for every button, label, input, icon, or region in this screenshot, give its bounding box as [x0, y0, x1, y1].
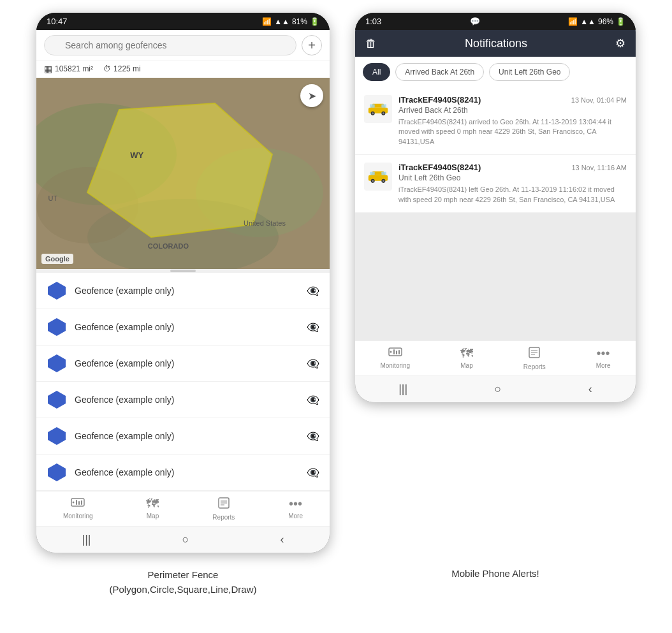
map-label-colorado: COLORADO — [148, 242, 189, 250]
nav-reports-right[interactable]: Reports — [523, 346, 546, 370]
search-input[interactable] — [44, 35, 296, 55]
nav-more-right[interactable]: ••• More — [596, 346, 611, 370]
more-icon-right: ••• — [597, 346, 610, 361]
svg-marker-6 — [48, 282, 66, 300]
device-name-1: iTrackEF4940S(8241) — [398, 95, 481, 105]
geofence-icon-4 — [47, 389, 67, 410]
android-menu-btn-right[interactable]: ||| — [398, 382, 407, 396]
eye-icon-4[interactable]: 👁‍🗨 — [307, 394, 319, 406]
notif-time-1: 13 Nov, 01:04 PM — [571, 96, 627, 104]
google-logo: Google — [41, 254, 73, 264]
nav-monitoring-right[interactable]: Monitoring — [380, 346, 410, 370]
notif-time-2: 13 Nov, 11:16 AM — [571, 164, 627, 171]
eye-icon-3[interactable]: 👁‍🗨 — [307, 358, 319, 370]
filter-tabs: All Arrived Back At 26th Unit Left 26th … — [355, 57, 636, 87]
list-item[interactable]: Geofence (example only) 👁‍🗨 — [36, 273, 330, 309]
tab-arrived-back[interactable]: Arrived Back At 26th — [395, 63, 484, 81]
svg-rect-14 — [76, 500, 77, 505]
nav-monitoring-label-left: Monitoring — [63, 513, 93, 520]
eye-icon-6[interactable]: 👁‍🗨 — [307, 467, 319, 479]
car-avatar-2 — [364, 163, 392, 191]
eye-icon-2[interactable]: 👁‍🗨 — [307, 321, 319, 333]
notif-body-1: iTrackEF4940S(8241) arrived to Geo 26th.… — [398, 117, 627, 147]
tab-unit-left[interactable]: Unit Left 26th Geo — [489, 63, 570, 81]
list-item[interactable]: Geofence (example only) 👁‍🗨 — [36, 346, 330, 382]
svg-point-13 — [73, 502, 75, 504]
caption-left: Perimeter Fence(Polygon,Circle,Square,Li… — [36, 568, 330, 597]
list-item[interactable]: Geofence (example only) 👁‍🗨 — [36, 382, 330, 418]
scroll-pill — [170, 270, 196, 272]
android-menu-btn-left[interactable]: ||| — [82, 533, 91, 546]
bottom-nav-right: Monitoring 🗺 Map Reports ••• More — [355, 340, 636, 375]
eye-icon-1[interactable]: 👁‍🗨 — [307, 285, 319, 297]
battery-icon-right: 🔋 — [616, 17, 625, 26]
caption-left-text: Perimeter Fence(Polygon,Circle,Square,Li… — [110, 569, 257, 595]
reports-icon-right — [528, 346, 541, 362]
notif-content-1: iTrackEF4940S(8241) 13 Nov, 01:04 PM Arr… — [398, 95, 627, 147]
more-icon-left: ••• — [289, 497, 302, 511]
eye-icon-5[interactable]: 👁‍🗨 — [307, 430, 319, 442]
svg-rect-15 — [78, 501, 80, 505]
android-home-btn-left[interactable]: ○ — [182, 533, 189, 546]
notif-event-2: Unit Left 26th Geo — [398, 173, 627, 182]
geofence-icon-2 — [47, 317, 67, 337]
left-time: 10:47 — [47, 17, 68, 26]
nav-map-right[interactable]: 🗺 Map — [460, 346, 473, 370]
nav-more-label-left: More — [288, 513, 303, 520]
svg-point-25 — [372, 112, 374, 114]
captions-row: Perimeter Fence(Polygon,Circle,Square,Li… — [13, 568, 659, 597]
android-back-btn-right[interactable]: ‹ — [588, 382, 592, 396]
svg-marker-7 — [48, 318, 66, 336]
android-home-btn-right[interactable]: ○ — [495, 382, 502, 396]
notifications-empty-area — [355, 213, 636, 340]
tab-all[interactable]: All — [363, 63, 390, 81]
geofence-name-5: Geofence (example only) — [75, 431, 307, 441]
wifi-icon: 📶 — [262, 17, 272, 26]
svg-rect-38 — [396, 351, 397, 354]
add-geofence-button[interactable]: + — [302, 35, 322, 55]
nav-monitoring-left[interactable]: Monitoring — [63, 497, 93, 521]
svg-point-36 — [390, 351, 391, 353]
monitoring-icon-right — [388, 346, 402, 361]
delete-icon[interactable]: 🗑 — [365, 37, 377, 50]
notification-item-1[interactable]: iTrackEF4940S(8241) 13 Nov, 01:04 PM Arr… — [355, 87, 636, 155]
search-wrap: 🔍 — [44, 35, 296, 55]
notif-top-row-2: iTrackEF4940S(8241) 13 Nov, 11:16 AM — [398, 163, 627, 172]
notification-item-2[interactable]: iTrackEF4940S(8241) 13 Nov, 11:16 AM Uni… — [355, 155, 636, 213]
battery-pct: 81% — [292, 17, 307, 26]
android-back-btn-left[interactable]: ‹ — [280, 533, 284, 546]
android-nav-left: ||| ○ ‹ — [36, 526, 330, 553]
area-value: 105821 mi² — [55, 64, 93, 73]
notif-event-1: Arrived Back At 26th — [398, 106, 627, 115]
map-area: WY United States COLORADO UT ➤ Google — [36, 78, 330, 269]
nav-more-label-right: More — [596, 362, 611, 369]
geofence-name-1: Geofence (example only) — [75, 286, 307, 296]
list-item[interactable]: Geofence (example only) 👁‍🗨 — [36, 309, 330, 346]
notif-top-row-1: iTrackEF4940S(8241) 13 Nov, 01:04 PM — [398, 95, 627, 105]
signal-bars: ▲▲ — [274, 17, 289, 26]
device-name-2: iTrackEF4940S(8241) — [398, 163, 481, 172]
area-hatch-icon: ▦ — [44, 64, 52, 74]
android-nav-right: ||| ○ ‹ — [355, 375, 636, 402]
car-avatar-1 — [364, 95, 392, 123]
nav-monitoring-label-right: Monitoring — [380, 362, 410, 369]
notifications-title: Notifications — [377, 37, 615, 50]
left-status-bar: 10:47 📶 ▲▲ 81% 🔋 — [36, 13, 330, 30]
svg-rect-23 — [381, 104, 386, 107]
nav-reports-label-right: Reports — [523, 363, 546, 370]
list-item[interactable]: Geofence (example only) 👁‍🗨 — [36, 455, 330, 491]
nav-more-left[interactable]: ••• More — [288, 497, 303, 521]
settings-icon[interactable]: ⚙ — [615, 36, 625, 50]
wifi-icon-right: 📶 — [568, 17, 578, 26]
nav-map-left[interactable]: 🗺 Map — [146, 497, 159, 521]
nav-map-label-right: Map — [460, 362, 472, 369]
geofence-name-4: Geofence (example only) — [75, 395, 307, 405]
notif-body-2: iTrackEF4940S(8241) left Geo 26th. At 11… — [398, 185, 627, 205]
svg-rect-16 — [81, 500, 82, 505]
list-item[interactable]: Geofence (example only) 👁‍🗨 — [36, 418, 330, 455]
svg-rect-39 — [398, 350, 400, 354]
nav-reports-left[interactable]: Reports — [212, 497, 235, 521]
caption-right-text: Mobile Phone Alerts! — [451, 568, 539, 579]
compass-button[interactable]: ➤ — [300, 84, 323, 107]
geofence-name-6: Geofence (example only) — [75, 467, 307, 477]
